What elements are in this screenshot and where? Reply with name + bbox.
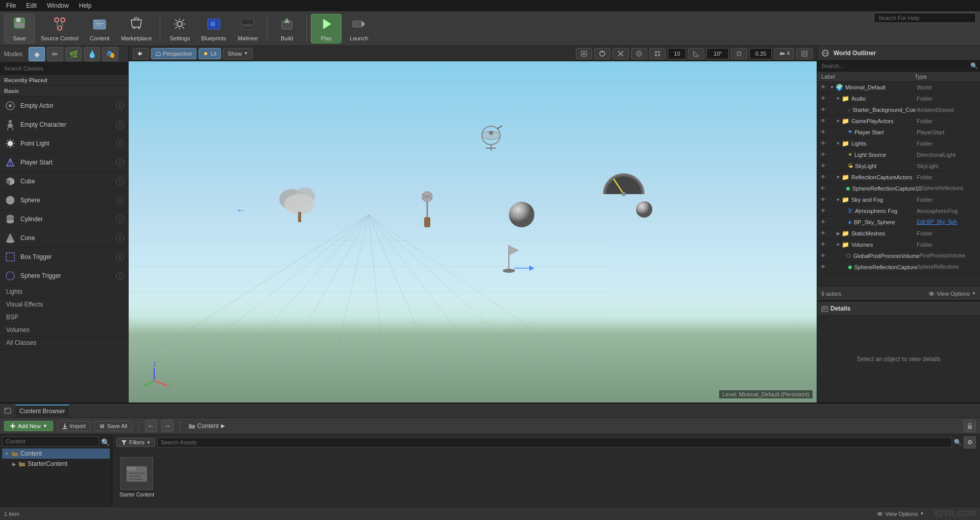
outliner-search-btn[interactable]: 🔍: [968, 60, 980, 72]
vis-icon[interactable]: 👁: [819, 207, 827, 215]
expand-arrow[interactable]: ▼: [835, 242, 842, 247]
asset-item-starter-content[interactable]: Starter Content: [116, 455, 157, 500]
class-sphere-trigger[interactable]: Sphere Trigger i: [0, 267, 128, 286]
angle-size-input[interactable]: [706, 48, 729, 59]
outliner-item-sphere-reflection10[interactable]: 👁 ▶ ◉ SphereReflectionCapture10 SphereRe…: [817, 183, 980, 194]
vis-icon[interactable]: 👁: [819, 173, 827, 181]
vis-icon[interactable]: 👁: [819, 263, 827, 271]
class-cone[interactable]: Cone i: [0, 229, 128, 248]
expand-arrow[interactable]: ▶: [835, 231, 842, 236]
class-cube[interactable]: Cube i: [0, 172, 128, 191]
lit-button[interactable]: Lit: [199, 48, 221, 59]
outliner-item-sphere-reflection[interactable]: 👁 ▶ ◉ SphereReflectionCapture SphereRefl…: [817, 262, 980, 273]
viewport-world-btn[interactable]: [631, 48, 647, 59]
vis-icon[interactable]: 👁: [819, 196, 827, 204]
menu-item-file[interactable]: File: [4, 1, 18, 10]
outliner-item-gameplay[interactable]: 👁 ▼ 📁 GamePlayActors Folder: [817, 115, 980, 127]
outliner-item-volumes[interactable]: 👁 ▼ 📁 Volumes Folder: [817, 239, 980, 250]
blueprints-button[interactable]: Blueprints: [197, 14, 230, 43]
outliner-item-audio[interactable]: 👁 ▼ 📁 Audio Folder: [817, 93, 980, 104]
outliner-item-lights-folder[interactable]: 👁 ▼ 📁 Lights Folder: [817, 138, 980, 149]
search-classes-input[interactable]: [0, 62, 128, 75]
sphere-trigger-info[interactable]: i: [116, 272, 124, 280]
vis-icon[interactable]: 👁: [819, 139, 827, 148]
source-control-button[interactable]: Source Control: [37, 14, 82, 43]
outliner-item-player-start[interactable]: 👁 ▶ ⚑ Player Start PlayerStart: [817, 127, 980, 138]
outliner-item-atmo-fog[interactable]: 👁 ▶ 🌫 Atmospheric Fog AtmosphericFog: [817, 205, 980, 217]
add-new-button[interactable]: Add New ▼: [4, 421, 53, 431]
category-all-classes[interactable]: All Classes: [0, 337, 128, 349]
menu-item-edit[interactable]: Edit: [24, 1, 39, 10]
grid-size-input[interactable]: [668, 48, 686, 59]
play-button[interactable]: Play: [311, 14, 341, 43]
mode-button-2[interactable]: ✏: [47, 47, 63, 61]
expand-arrow[interactable]: ▼: [835, 197, 842, 202]
cone-info[interactable]: i: [116, 234, 124, 242]
viewport-scale-snap-btn[interactable]: [731, 48, 747, 59]
save-all-button[interactable]: Save All: [94, 421, 132, 431]
folder-search-btn[interactable]: 🔍: [101, 438, 110, 446]
outliner-item-starter-bg[interactable]: 👁 ▶ ♪ Starter_Background_Cue AmbientSoun…: [817, 104, 980, 115]
expand-arrow[interactable]: ▼: [828, 85, 836, 90]
asset-view-options-btn[interactable]: ⚙: [964, 436, 976, 448]
vis-icon[interactable]: 👁: [819, 241, 827, 249]
marketplace-button[interactable]: Marketplace: [117, 14, 156, 43]
viewport-grid-snap-btn[interactable]: [649, 48, 666, 59]
category-lights[interactable]: Lights: [0, 286, 128, 298]
perspective-button[interactable]: Perspective: [151, 48, 197, 59]
view-options-button[interactable]: View Options ▼: [928, 291, 976, 297]
folder-search-input[interactable]: [2, 436, 99, 446]
content-browser-tab[interactable]: Content Browser: [15, 405, 69, 417]
mode-button-1[interactable]: ◆: [29, 47, 45, 61]
content-button[interactable]: Content: [84, 14, 115, 43]
nav-back-button[interactable]: ←: [145, 420, 157, 432]
expand-arrow[interactable]: ▼: [835, 175, 842, 180]
menu-item-window[interactable]: Window: [45, 1, 71, 10]
player-start-info[interactable]: i: [116, 158, 124, 167]
help-search-input[interactable]: [874, 13, 976, 23]
vis-icon[interactable]: 👁: [819, 229, 827, 238]
recently-placed-header[interactable]: Recently Placed: [0, 75, 128, 86]
vis-icon[interactable]: 👁: [819, 117, 827, 125]
class-empty-character[interactable]: Empty Character i: [0, 115, 128, 134]
outliner-item-sky-fog[interactable]: 👁 ▼ 📁 Sky and Fog Folder: [817, 194, 980, 205]
vis-icon[interactable]: 👁: [819, 106, 827, 114]
sphere-info[interactable]: i: [116, 196, 124, 204]
filters-button[interactable]: Filters ▼: [116, 438, 155, 447]
lock-button[interactable]: [964, 420, 976, 432]
viewport-scale-btn[interactable]: [612, 48, 629, 59]
viewport-nav-button[interactable]: [133, 48, 149, 59]
outliner-item-light-source[interactable]: 👁 ▶ ☀ Light Source DirectionalLight: [817, 149, 980, 160]
settings-button[interactable]: Settings: [164, 14, 195, 43]
vis-icon[interactable]: 👁: [819, 218, 827, 226]
vis-icon[interactable]: 👁: [819, 83, 827, 91]
scale-snap-input[interactable]: [749, 48, 772, 59]
point-light-info[interactable]: i: [116, 139, 124, 148]
viewport-camera-speed-btn[interactable]: 4: [774, 48, 794, 59]
import-button[interactable]: Import: [57, 421, 90, 431]
asset-search-btn[interactable]: 🔍: [954, 439, 962, 446]
expand-arrow[interactable]: ▼: [835, 119, 842, 124]
viewport-angle-snap-btn[interactable]: [688, 48, 704, 59]
vis-icon[interactable]: 👁: [819, 184, 827, 193]
basic-section-header[interactable]: Basic: [0, 86, 128, 97]
category-visual-effects[interactable]: Visual Effects: [0, 298, 128, 311]
outliner-item-bp-sky[interactable]: 👁 ▶ ◈ BP_Sky_Sphere Edit BP_Sky_Sph: [817, 217, 980, 228]
cylinder-info[interactable]: i: [116, 215, 124, 223]
empty-character-info[interactable]: i: [116, 121, 124, 129]
outliner-item-reflection[interactable]: 👁 ▼ 📁 ReflectionCaptureActors Folder: [817, 172, 980, 183]
viewport-transform-btn[interactable]: [576, 48, 592, 59]
menu-item-help[interactable]: Help: [77, 1, 94, 10]
outliner-item-static-meshes[interactable]: 👁 ▶ 📁 StaticMeshes Folder: [817, 228, 980, 239]
outliner-item-skylight[interactable]: 👁 ▶ 🌤 SkyLight SkyLight: [817, 160, 980, 172]
viewport-canvas[interactable]: ←: [129, 61, 817, 403]
class-point-light[interactable]: Point Light i: [0, 134, 128, 153]
class-empty-actor[interactable]: Empty Actor i: [0, 97, 128, 115]
class-cylinder[interactable]: Cylinder i: [0, 210, 128, 229]
mode-button-3[interactable]: 🌿: [65, 47, 82, 61]
content-view-options-button[interactable]: View Options ▼: [877, 511, 924, 517]
viewport-rotate-btn[interactable]: [594, 48, 610, 59]
mode-button-5[interactable]: 🎭: [102, 47, 118, 61]
outliner-search-input[interactable]: [817, 61, 968, 71]
outliner-item-post-process[interactable]: 👁 ▶ ⬡ GlobalPostProcessVolume PostProces…: [817, 250, 980, 262]
